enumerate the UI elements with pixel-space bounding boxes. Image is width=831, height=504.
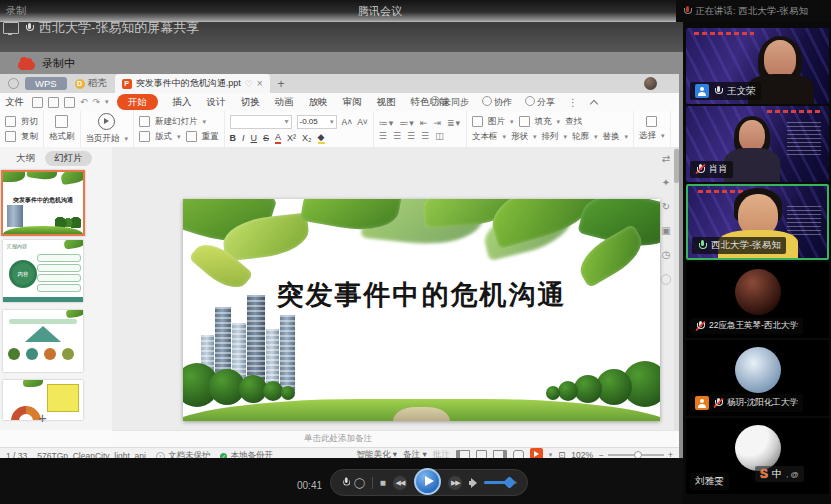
play-from-current-button[interactable]: 当页开始▾ (86, 133, 129, 145)
columns-icon[interactable]: ◫ (435, 131, 445, 141)
notes-bar[interactable]: 单击此处添加备注 (112, 430, 679, 447)
comment-icon[interactable]: ◯ (660, 273, 671, 284)
indent-increase-icon[interactable]: ⇥ (433, 118, 442, 128)
volume-knob[interactable] (503, 476, 516, 489)
justify-icon[interactable]: ☰ (421, 131, 430, 141)
quick-access-dropdown-icon[interactable]: ▾ (105, 98, 109, 106)
decrease-font-icon[interactable]: A˅ (357, 117, 368, 127)
find-button[interactable]: 查找 (565, 116, 582, 128)
more-options-icon[interactable]: ⋮ (568, 97, 578, 108)
undo-icon[interactable]: ↶ (80, 97, 88, 107)
participant-tile-4[interactable]: 22应急王英琴-西北大学 (686, 262, 829, 338)
bold-button[interactable]: B (230, 133, 237, 143)
play-button[interactable] (414, 468, 441, 495)
reset-icon[interactable] (186, 131, 197, 142)
bullet-list-icon[interactable]: ≔▾ (379, 118, 395, 128)
reset-button[interactable]: 重置 (202, 131, 219, 143)
tab-transition[interactable]: 切换 (241, 96, 260, 109)
slide-thumbnail-1[interactable]: 突发事件中的危机沟通 (1, 170, 85, 236)
fit-page-icon[interactable]: ⇄ (662, 153, 670, 164)
new-tab-button[interactable]: + (278, 77, 285, 91)
zoom-in-icon[interactable]: + (668, 450, 673, 459)
new-slide-button[interactable]: 新建幻灯片 (155, 116, 198, 128)
canvas-scrollbar[interactable] (674, 147, 679, 430)
fill-button[interactable]: 填充 (535, 116, 552, 128)
replace-button[interactable]: 替换 (603, 131, 620, 143)
participant-tile-2[interactable]: 肖肖 (686, 106, 829, 182)
forward-button[interactable]: ▶▶ (448, 476, 462, 490)
tab-insert[interactable]: 插入 (173, 96, 192, 109)
window-menu-icon[interactable] (8, 78, 19, 89)
fill-icon[interactable] (519, 116, 530, 127)
file-menu[interactable]: 文件 (5, 96, 24, 109)
tab-slideshow[interactable]: 放映 (309, 96, 328, 109)
font-size-select[interactable]: -0.05▾ (297, 115, 337, 129)
refresh-icon[interactable]: ↻ (662, 201, 670, 212)
tab-review[interactable]: 审阅 (343, 96, 362, 109)
normal-view-icon[interactable] (456, 450, 470, 459)
picture-icon[interactable] (472, 116, 483, 127)
tab-view[interactable]: 视图 (377, 96, 396, 109)
layout-button[interactable]: 版式 (155, 131, 172, 143)
insert-image-icon[interactable]: ▣ (661, 225, 670, 236)
tab-home[interactable]: 开始 (117, 94, 158, 110)
copy-icon[interactable] (5, 131, 16, 142)
participant-tile-1[interactable]: 王文荣 (686, 28, 829, 104)
protection-status[interactable]: ×文档未保护 (156, 450, 211, 458)
tab-animation[interactable]: 动画 (275, 96, 294, 109)
slide-editor[interactable]: 突发事件中的危机沟通 (183, 199, 660, 421)
document-tab[interactable]: P 突发事件中的危机沟通.ppt ♡ × (115, 74, 270, 93)
participant-tile-5[interactable]: 杨玥-沈阳化工大学 (686, 340, 829, 416)
record-loop-icon[interactable]: ◯ (354, 478, 365, 488)
zoom-knob[interactable] (634, 451, 642, 459)
zoom-level[interactable]: 102% (571, 450, 593, 459)
notes-button[interactable]: 备注 ▾ (403, 449, 427, 459)
slide-thumbnail-2[interactable]: 汇报内容 内容 (3, 240, 83, 302)
shape-button[interactable]: 形状 (511, 131, 528, 143)
slides-tab[interactable]: 幻灯片 (45, 151, 92, 166)
participant-tile-6[interactable]: 刘雅雯 (686, 418, 829, 494)
slide-sorter-icon[interactable] (476, 450, 487, 459)
italic-button[interactable]: I (242, 133, 245, 143)
font-color-button[interactable]: A (275, 132, 281, 144)
superscript-button[interactable]: X² (287, 133, 296, 143)
line-spacing-icon[interactable]: ≣▾ (447, 118, 461, 128)
format-painter-icon[interactable] (55, 115, 68, 128)
highlight-button[interactable]: ◆ (318, 132, 325, 144)
speaker-icon[interactable] (469, 478, 476, 488)
add-slide-button[interactable]: + (38, 409, 47, 426)
arrange-button[interactable]: 排列 (542, 131, 559, 143)
print-icon[interactable] (48, 97, 59, 108)
play-options-icon[interactable]: ▾ (549, 451, 553, 459)
select-button[interactable]: 选择▾ (639, 130, 665, 142)
cut-button[interactable]: 剪切 (21, 116, 38, 128)
underline-button[interactable]: U (251, 133, 258, 143)
backup-status[interactable]: ✓本地备份开 (220, 450, 273, 458)
layout-icon[interactable] (139, 131, 150, 142)
select-icon[interactable] (646, 116, 657, 127)
copy-button[interactable]: 复制 (21, 131, 38, 143)
stop-button[interactable]: ■ (380, 478, 386, 488)
docer-tab[interactable]: D 稻壳 (75, 77, 107, 90)
new-slide-icon[interactable] (139, 116, 150, 127)
strikethrough-button[interactable]: S (263, 133, 269, 143)
indent-decrease-icon[interactable]: ⇤ (420, 118, 429, 128)
sync-status[interactable]: 未同步 (430, 96, 469, 109)
close-tab-icon[interactable]: × (257, 78, 263, 89)
tab-design[interactable]: 设计 (207, 96, 226, 109)
preview-icon[interactable] (64, 97, 75, 108)
zoom-slider[interactable]: − + (599, 450, 673, 459)
save-icon[interactable] (32, 97, 43, 108)
collaborate-button[interactable]: 协作 (482, 96, 512, 109)
align-right-icon[interactable]: ☰ (407, 131, 416, 141)
wps-home-button[interactable]: WPS (25, 77, 67, 90)
history-icon[interactable]: ◷ (662, 249, 671, 260)
theme-icon[interactable] (513, 450, 524, 459)
align-left-icon[interactable]: ☰ (379, 131, 388, 141)
format-painter-button[interactable]: 格式刷 (49, 131, 75, 143)
subscript-button[interactable]: X₂ (302, 133, 312, 143)
zoom-out-icon[interactable]: − (599, 450, 604, 459)
user-avatar[interactable] (644, 77, 657, 90)
ime-indicator[interactable]: S 中 , @ (755, 466, 804, 482)
textbox-button[interactable]: 文本框 (472, 131, 498, 143)
